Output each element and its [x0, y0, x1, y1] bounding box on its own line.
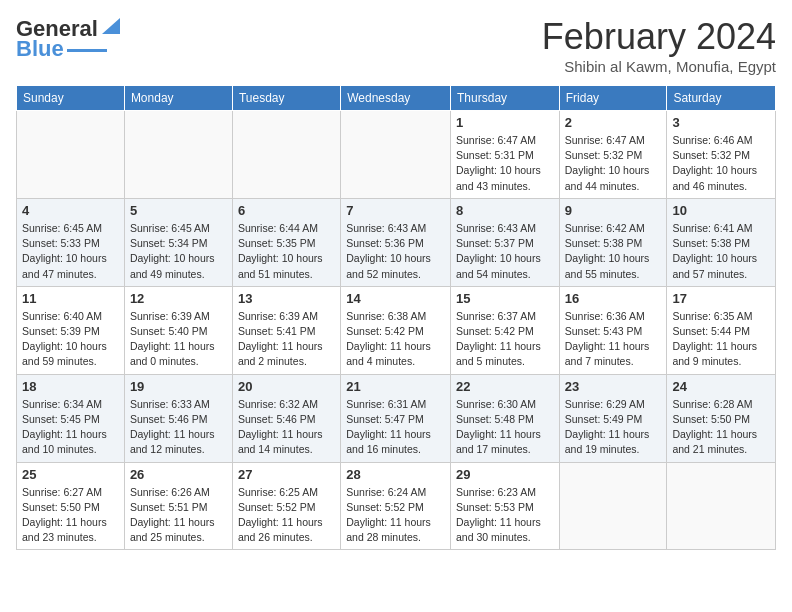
day-header-thursday: Thursday	[451, 86, 560, 111]
day-info: Sunrise: 6:33 AMSunset: 5:46 PMDaylight:…	[130, 397, 227, 458]
day-number: 29	[456, 467, 554, 482]
day-number: 5	[130, 203, 227, 218]
calendar-cell: 28Sunrise: 6:24 AMSunset: 5:52 PMDayligh…	[341, 462, 451, 550]
day-number: 19	[130, 379, 227, 394]
calendar-cell: 12Sunrise: 6:39 AMSunset: 5:40 PMDayligh…	[124, 286, 232, 374]
calendar-cell: 9Sunrise: 6:42 AMSunset: 5:38 PMDaylight…	[559, 198, 667, 286]
day-number: 14	[346, 291, 445, 306]
day-header-tuesday: Tuesday	[232, 86, 340, 111]
day-info: Sunrise: 6:26 AMSunset: 5:51 PMDaylight:…	[130, 485, 227, 546]
day-info: Sunrise: 6:30 AMSunset: 5:48 PMDaylight:…	[456, 397, 554, 458]
day-info: Sunrise: 6:40 AMSunset: 5:39 PMDaylight:…	[22, 309, 119, 370]
day-number: 17	[672, 291, 770, 306]
calendar-cell: 1Sunrise: 6:47 AMSunset: 5:31 PMDaylight…	[451, 111, 560, 199]
day-number: 22	[456, 379, 554, 394]
day-info: Sunrise: 6:31 AMSunset: 5:47 PMDaylight:…	[346, 397, 445, 458]
day-number: 8	[456, 203, 554, 218]
day-info: Sunrise: 6:45 AMSunset: 5:34 PMDaylight:…	[130, 221, 227, 282]
day-number: 21	[346, 379, 445, 394]
calendar-week-row: 1Sunrise: 6:47 AMSunset: 5:31 PMDaylight…	[17, 111, 776, 199]
calendar-week-row: 18Sunrise: 6:34 AMSunset: 5:45 PMDayligh…	[17, 374, 776, 462]
day-header-friday: Friday	[559, 86, 667, 111]
day-info: Sunrise: 6:41 AMSunset: 5:38 PMDaylight:…	[672, 221, 770, 282]
calendar-cell: 13Sunrise: 6:39 AMSunset: 5:41 PMDayligh…	[232, 286, 340, 374]
calendar-week-row: 11Sunrise: 6:40 AMSunset: 5:39 PMDayligh…	[17, 286, 776, 374]
day-info: Sunrise: 6:23 AMSunset: 5:53 PMDaylight:…	[456, 485, 554, 546]
calendar-cell: 24Sunrise: 6:28 AMSunset: 5:50 PMDayligh…	[667, 374, 776, 462]
calendar-cell	[341, 111, 451, 199]
calendar-cell: 21Sunrise: 6:31 AMSunset: 5:47 PMDayligh…	[341, 374, 451, 462]
title-block: February 2024 Shibin al Kawm, Monufia, E…	[542, 16, 776, 75]
day-header-sunday: Sunday	[17, 86, 125, 111]
page-header: General Blue February 2024 Shibin al Kaw…	[16, 16, 776, 75]
day-info: Sunrise: 6:25 AMSunset: 5:52 PMDaylight:…	[238, 485, 335, 546]
calendar-cell: 2Sunrise: 6:47 AMSunset: 5:32 PMDaylight…	[559, 111, 667, 199]
day-header-wednesday: Wednesday	[341, 86, 451, 111]
day-number: 28	[346, 467, 445, 482]
day-number: 13	[238, 291, 335, 306]
day-info: Sunrise: 6:24 AMSunset: 5:52 PMDaylight:…	[346, 485, 445, 546]
calendar-cell: 3Sunrise: 6:46 AMSunset: 5:32 PMDaylight…	[667, 111, 776, 199]
day-info: Sunrise: 6:37 AMSunset: 5:42 PMDaylight:…	[456, 309, 554, 370]
calendar-cell	[232, 111, 340, 199]
day-info: Sunrise: 6:28 AMSunset: 5:50 PMDaylight:…	[672, 397, 770, 458]
day-header-saturday: Saturday	[667, 86, 776, 111]
calendar-cell: 5Sunrise: 6:45 AMSunset: 5:34 PMDaylight…	[124, 198, 232, 286]
day-info: Sunrise: 6:35 AMSunset: 5:44 PMDaylight:…	[672, 309, 770, 370]
calendar-cell: 29Sunrise: 6:23 AMSunset: 5:53 PMDayligh…	[451, 462, 560, 550]
calendar-cell: 11Sunrise: 6:40 AMSunset: 5:39 PMDayligh…	[17, 286, 125, 374]
day-number: 26	[130, 467, 227, 482]
calendar-header-row: SundayMondayTuesdayWednesdayThursdayFrid…	[17, 86, 776, 111]
day-number: 6	[238, 203, 335, 218]
day-info: Sunrise: 6:34 AMSunset: 5:45 PMDaylight:…	[22, 397, 119, 458]
day-number: 27	[238, 467, 335, 482]
day-info: Sunrise: 6:39 AMSunset: 5:40 PMDaylight:…	[130, 309, 227, 370]
calendar-cell: 7Sunrise: 6:43 AMSunset: 5:36 PMDaylight…	[341, 198, 451, 286]
svg-marker-0	[102, 18, 120, 34]
day-info: Sunrise: 6:32 AMSunset: 5:46 PMDaylight:…	[238, 397, 335, 458]
calendar-week-row: 4Sunrise: 6:45 AMSunset: 5:33 PMDaylight…	[17, 198, 776, 286]
logo: General Blue	[16, 16, 122, 62]
calendar-cell: 4Sunrise: 6:45 AMSunset: 5:33 PMDaylight…	[17, 198, 125, 286]
day-info: Sunrise: 6:38 AMSunset: 5:42 PMDaylight:…	[346, 309, 445, 370]
day-number: 4	[22, 203, 119, 218]
day-info: Sunrise: 6:44 AMSunset: 5:35 PMDaylight:…	[238, 221, 335, 282]
day-number: 1	[456, 115, 554, 130]
day-header-monday: Monday	[124, 86, 232, 111]
day-number: 25	[22, 467, 119, 482]
day-info: Sunrise: 6:39 AMSunset: 5:41 PMDaylight:…	[238, 309, 335, 370]
day-number: 10	[672, 203, 770, 218]
calendar-table: SundayMondayTuesdayWednesdayThursdayFrid…	[16, 85, 776, 550]
day-number: 18	[22, 379, 119, 394]
logo-blue-text: Blue	[16, 36, 64, 62]
day-info: Sunrise: 6:46 AMSunset: 5:32 PMDaylight:…	[672, 133, 770, 194]
month-title: February 2024	[542, 16, 776, 58]
calendar-cell: 20Sunrise: 6:32 AMSunset: 5:46 PMDayligh…	[232, 374, 340, 462]
day-number: 15	[456, 291, 554, 306]
calendar-cell	[559, 462, 667, 550]
day-number: 24	[672, 379, 770, 394]
day-number: 20	[238, 379, 335, 394]
day-number: 7	[346, 203, 445, 218]
day-number: 16	[565, 291, 662, 306]
calendar-week-row: 25Sunrise: 6:27 AMSunset: 5:50 PMDayligh…	[17, 462, 776, 550]
calendar-cell: 15Sunrise: 6:37 AMSunset: 5:42 PMDayligh…	[451, 286, 560, 374]
day-info: Sunrise: 6:43 AMSunset: 5:36 PMDaylight:…	[346, 221, 445, 282]
calendar-cell: 6Sunrise: 6:44 AMSunset: 5:35 PMDaylight…	[232, 198, 340, 286]
calendar-cell: 10Sunrise: 6:41 AMSunset: 5:38 PMDayligh…	[667, 198, 776, 286]
day-number: 9	[565, 203, 662, 218]
calendar-cell: 8Sunrise: 6:43 AMSunset: 5:37 PMDaylight…	[451, 198, 560, 286]
day-info: Sunrise: 6:27 AMSunset: 5:50 PMDaylight:…	[22, 485, 119, 546]
calendar-cell: 17Sunrise: 6:35 AMSunset: 5:44 PMDayligh…	[667, 286, 776, 374]
calendar-cell: 25Sunrise: 6:27 AMSunset: 5:50 PMDayligh…	[17, 462, 125, 550]
calendar-cell: 14Sunrise: 6:38 AMSunset: 5:42 PMDayligh…	[341, 286, 451, 374]
calendar-cell: 23Sunrise: 6:29 AMSunset: 5:49 PMDayligh…	[559, 374, 667, 462]
day-number: 11	[22, 291, 119, 306]
day-info: Sunrise: 6:47 AMSunset: 5:32 PMDaylight:…	[565, 133, 662, 194]
day-info: Sunrise: 6:47 AMSunset: 5:31 PMDaylight:…	[456, 133, 554, 194]
day-number: 2	[565, 115, 662, 130]
calendar-cell: 26Sunrise: 6:26 AMSunset: 5:51 PMDayligh…	[124, 462, 232, 550]
day-number: 12	[130, 291, 227, 306]
calendar-cell: 27Sunrise: 6:25 AMSunset: 5:52 PMDayligh…	[232, 462, 340, 550]
calendar-cell: 22Sunrise: 6:30 AMSunset: 5:48 PMDayligh…	[451, 374, 560, 462]
